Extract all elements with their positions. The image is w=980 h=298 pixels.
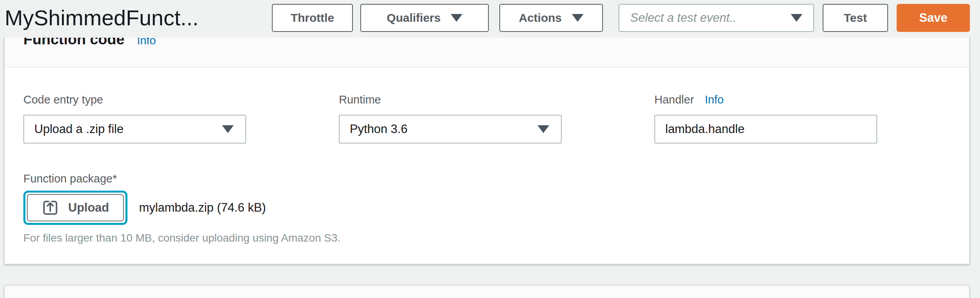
test-button[interactable]: Test — [823, 4, 888, 32]
function-package-label: Function package* — [23, 172, 950, 185]
qualifiers-button[interactable]: Qualifiers — [360, 4, 489, 32]
runtime-value: Python 3.6 — [350, 122, 538, 136]
runtime-label: Runtime — [339, 93, 381, 106]
handler-field: Handler Info — [654, 93, 877, 144]
chevron-down-icon — [791, 14, 802, 22]
test-event-select[interactable]: Select a test event.. — [619, 4, 814, 32]
handler-label: Handler — [654, 93, 694, 106]
save-button[interactable]: Save — [897, 4, 970, 32]
qualifiers-button-label: Qualifiers — [387, 11, 441, 25]
test-button-label: Test — [844, 11, 867, 25]
upload-button[interactable]: Upload — [27, 194, 124, 221]
upload-helper-text: For files larger than 10 MB, consider up… — [23, 232, 950, 244]
function-code-panel: Function code Info Code entry type Uploa… — [4, 12, 970, 265]
chevron-down-icon — [451, 14, 462, 22]
code-entry-type-value: Upload a .zip file — [34, 122, 222, 136]
function-code-content: Code entry type Upload a .zip file Runti… — [5, 68, 969, 244]
actions-button-label: Actions — [519, 11, 562, 25]
throttle-button[interactable]: Throttle — [272, 4, 353, 32]
chevron-down-icon — [538, 125, 549, 133]
chevron-down-icon — [222, 125, 234, 133]
chevron-down-icon — [572, 14, 583, 22]
runtime-field: Runtime Python 3.6 — [339, 93, 562, 144]
code-entry-type-label: Code entry type — [23, 93, 103, 106]
uploaded-file-info: mylambda.zip (74.6 kB) — [139, 201, 266, 215]
code-settings-row: Code entry type Upload a .zip file Runti… — [23, 93, 950, 144]
save-button-label: Save — [919, 11, 947, 25]
upload-icon — [42, 199, 59, 216]
throttle-button-label: Throttle — [291, 11, 334, 25]
upload-button-label: Upload — [68, 201, 109, 215]
upload-row: Upload mylambda.zip (74.6 kB) — [23, 191, 950, 225]
function-package-block: Function package* Upload — [23, 172, 950, 244]
handler-info-link[interactable]: Info — [705, 93, 724, 106]
handler-input[interactable] — [654, 115, 877, 144]
upload-button-focus-ring: Upload — [23, 191, 127, 225]
lambda-console-screen: Function code Info Code entry type Uploa… — [0, 0, 980, 298]
runtime-select[interactable]: Python 3.6 — [339, 115, 562, 144]
function-toolbar: MyShimmedFunct... Throttle Qualifiers Ac… — [0, 0, 980, 38]
actions-button[interactable]: Actions — [499, 4, 603, 32]
code-entry-type-field: Code entry type Upload a .zip file — [23, 93, 246, 144]
next-section-panel — [4, 285, 970, 298]
function-name-title: MyShimmedFunct... — [5, 0, 199, 38]
test-event-placeholder: Select a test event.. — [630, 11, 791, 25]
code-entry-type-select[interactable]: Upload a .zip file — [23, 115, 246, 144]
